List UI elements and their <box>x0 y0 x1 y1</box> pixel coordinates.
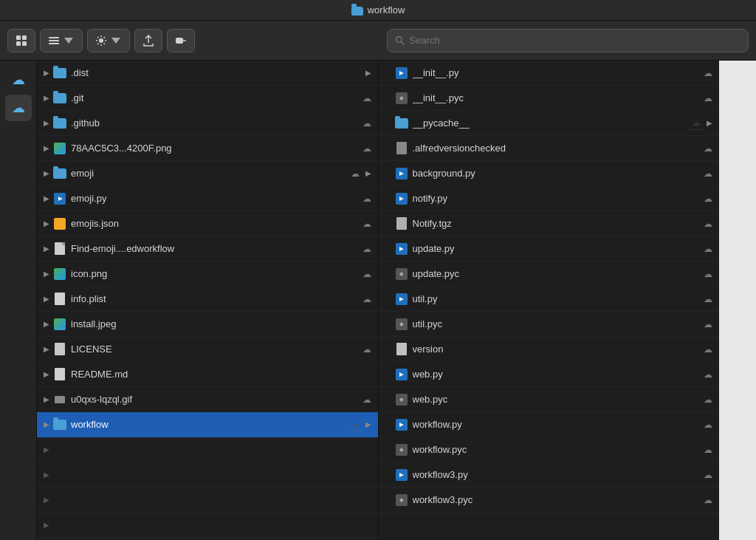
file-name-label: 78AAC5C3...4200F.png <box>71 143 357 154</box>
expand-chevron-icon[interactable] <box>383 194 394 204</box>
expand-chevron-icon[interactable]: ▶ <box>41 420 52 430</box>
svg-line-10 <box>401 41 404 44</box>
expand-chevron-icon[interactable] <box>383 269 394 279</box>
gif-icon <box>55 396 65 403</box>
expand-chevron-icon[interactable] <box>383 369 394 380</box>
expand-chevron-icon[interactable]: ▶ <box>41 194 52 204</box>
list-item[interactable]: ▶workflow.py☁ <box>379 412 720 437</box>
list-item[interactable]: ▶update.py☁ <box>379 236 720 262</box>
navigate-chevron-icon[interactable]: ▶ <box>363 68 374 78</box>
list-item[interactable]: ▶icon.png☁ <box>37 262 378 287</box>
list-item[interactable]: ▶notify.py☁ <box>379 186 720 211</box>
svg-rect-0 <box>16 35 21 40</box>
cloud-status-icon: ☁ <box>701 92 715 105</box>
expand-chevron-icon[interactable] <box>383 143 394 154</box>
expand-chevron-icon[interactable] <box>383 244 394 254</box>
list-item[interactable]: ▶install.jpeg <box>37 312 378 337</box>
search-bar[interactable] <box>387 29 749 52</box>
list-item[interactable]: ◆update.pyc☁ <box>379 262 720 287</box>
expand-chevron-icon[interactable] <box>383 495 394 505</box>
sidebar-cloud-item-2[interactable]: ☁ <box>5 95 32 121</box>
expand-chevron-icon[interactable] <box>383 470 394 480</box>
list-item[interactable]: Notify.tgz☁ <box>379 211 720 236</box>
file-name-label: util.pyc <box>413 318 699 329</box>
expand-chevron-icon[interactable]: ▶ <box>41 369 52 380</box>
expand-chevron-icon[interactable]: ▶ <box>41 394 52 405</box>
list-item[interactable]: ▶background.py☁ <box>379 161 720 186</box>
list-item[interactable]: ◆__init__.pyc☁ <box>379 86 720 111</box>
list-item[interactable]: ◆web.pyc☁ <box>379 387 720 412</box>
expand-chevron-icon[interactable]: ▶ <box>41 168 52 179</box>
expand-chevron-icon[interactable] <box>383 394 394 405</box>
expand-chevron-icon[interactable]: ▶ <box>41 470 52 480</box>
expand-chevron-icon[interactable] <box>383 118 394 129</box>
list-item[interactable]: ▶README.md <box>37 362 378 387</box>
tag-button[interactable] <box>167 29 195 52</box>
expand-chevron-icon[interactable]: ▶ <box>41 118 52 129</box>
navigate-chevron-icon[interactable]: ▶ <box>363 420 374 430</box>
expand-chevron-icon[interactable]: ▶ <box>41 68 52 78</box>
expand-chevron-icon[interactable]: ▶ <box>41 269 52 279</box>
list-item[interactable]: ▶.github☁ <box>37 111 378 136</box>
main-content: ☁ ☁ ▶.dist▶▶.git☁▶.github☁▶78AAC5C3...42… <box>0 61 756 540</box>
expand-chevron-icon[interactable]: ▶ <box>41 319 52 329</box>
expand-chevron-icon[interactable] <box>383 68 394 78</box>
list-item[interactable]: ▶.git☁ <box>37 86 378 111</box>
expand-chevron-icon[interactable] <box>383 168 394 179</box>
file-name-label: workflow3.py <box>413 469 699 480</box>
list-item[interactable]: ▶LICENSE☁ <box>37 337 378 362</box>
list-item[interactable]: ▶web.py☁ <box>379 362 720 387</box>
list-item[interactable]: version☁ <box>379 337 720 362</box>
navigate-chevron-icon[interactable]: ▶ <box>363 168 374 179</box>
expand-chevron-icon[interactable] <box>383 445 394 455</box>
sidebar-cloud-item-1[interactable]: ☁ <box>5 66 32 93</box>
svg-point-9 <box>396 36 402 42</box>
svg-rect-3 <box>22 41 27 46</box>
list-item[interactable]: ◆util.pyc☁ <box>379 312 720 337</box>
file-name-label: util.py <box>413 293 699 304</box>
expand-chevron-icon[interactable] <box>383 420 394 430</box>
expand-chevron-icon[interactable]: ▶ <box>41 344 52 355</box>
list-item[interactable]: ▶workflow☁▶ <box>37 412 378 437</box>
list-item[interactable]: .alfredversionchecked☁ <box>379 136 720 161</box>
expand-chevron-icon[interactable]: ▶ <box>41 244 52 254</box>
share-button[interactable] <box>134 29 162 52</box>
settings-button[interactable] <box>87 29 130 52</box>
list-item[interactable]: ◆workflow.pyc☁ <box>379 437 720 462</box>
file-name-label: Notify.tgz <box>413 218 699 229</box>
expand-chevron-icon[interactable] <box>383 319 394 329</box>
img-icon <box>54 318 66 330</box>
expand-chevron-icon[interactable]: ▶ <box>41 143 52 154</box>
expand-chevron-icon[interactable]: ▶ <box>41 219 52 229</box>
list-item[interactable]: __pycache__☁▶ <box>379 111 720 136</box>
expand-chevron-icon[interactable]: ▶ <box>41 520 52 530</box>
list-item[interactable]: ▶__init__.py☁ <box>379 61 720 86</box>
expand-chevron-icon[interactable] <box>383 344 394 355</box>
cloud-status-icon: ☁ <box>360 142 374 155</box>
expand-chevron-icon[interactable]: ▶ <box>41 294 52 304</box>
expand-chevron-icon[interactable]: ▶ <box>41 93 52 103</box>
file-name-label: workflow3.pyc <box>413 494 699 505</box>
navigate-chevron-icon[interactable]: ▶ <box>704 118 715 129</box>
list-item[interactable]: ▶util.py☁ <box>379 287 720 312</box>
list-item[interactable]: ▶▶emoji.py☁ <box>37 186 378 211</box>
list-item[interactable]: ▶u0qxs-lqzql.gif☁ <box>37 387 378 412</box>
expand-chevron-icon[interactable]: ▶ <box>41 445 52 455</box>
expand-chevron-icon[interactable]: ▶ <box>41 495 52 505</box>
search-input[interactable] <box>409 35 740 46</box>
expand-chevron-icon[interactable] <box>383 93 394 103</box>
view-icon-button[interactable] <box>7 29 35 52</box>
list-item[interactable]: ▶workflow3.py☁ <box>379 462 720 488</box>
expand-chevron-icon[interactable] <box>383 294 394 304</box>
list-item[interactable]: ▶Find-emoji....edworkflow☁ <box>37 236 378 262</box>
list-item[interactable]: ▶info.plist☁ <box>37 287 378 312</box>
cloud-status-icon: ☁ <box>348 418 362 431</box>
list-item[interactable]: ◆workflow3.pyc☁ <box>379 488 720 513</box>
folder-icon <box>395 118 408 129</box>
list-item[interactable]: ▶emoji☁▶ <box>37 161 378 186</box>
list-item[interactable]: ▶emojis.json☁ <box>37 211 378 236</box>
list-item[interactable]: ▶78AAC5C3...4200F.png☁ <box>37 136 378 161</box>
expand-chevron-icon[interactable] <box>383 219 394 229</box>
columns-view-button[interactable] <box>40 29 83 52</box>
list-item[interactable]: ▶.dist▶ <box>37 61 378 86</box>
